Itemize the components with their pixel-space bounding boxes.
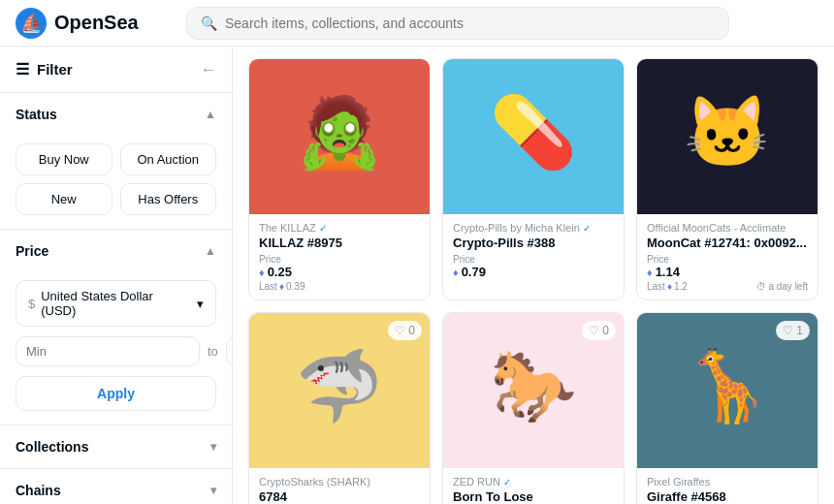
- price-range: to: [16, 336, 216, 366]
- collection-name: The KILLAZ: [259, 222, 316, 234]
- like-button[interactable]: ♡ 0: [388, 321, 422, 340]
- apply-button[interactable]: Apply: [16, 376, 216, 411]
- price-amount: 0.79: [462, 265, 486, 279]
- nft-image: 🦈 ♡ 0: [249, 313, 430, 468]
- price-section: Price ▲ $ United States Dollar (USD) ▾ t…: [0, 230, 232, 425]
- logo-text: OpenSea: [54, 12, 139, 34]
- has-offers-button[interactable]: Has Offers: [120, 183, 217, 215]
- status-chevron: ▲: [205, 108, 216, 121]
- chains-section: Chains ▾: [0, 469, 232, 504]
- price-content: $ United States Dollar (USD) ▾ to Apply: [0, 272, 232, 425]
- eth-icon: ♦: [453, 267, 459, 278]
- price-amount: 1.14: [656, 265, 680, 279]
- like-count: 0: [408, 324, 415, 337]
- nft-name: Giraffe #4568: [647, 489, 808, 504]
- price-label: Price: [259, 254, 305, 265]
- price-value: ♦ 1.14: [647, 265, 688, 279]
- last-sale: Last ♦ 1.2: [647, 281, 688, 292]
- nft-card-mooncats[interactable]: 🐱 Official MoonCats - Acclimate MoonCat …: [636, 58, 818, 300]
- nft-grid: 🧟 The KILLAZ ✓ KILLAZ #8975 Price ♦ 0.25: [241, 47, 826, 504]
- currency-chevron: ▾: [197, 297, 204, 311]
- price-value: ♦ 0.79: [453, 265, 486, 279]
- svg-text:🦈: 🦈: [296, 345, 383, 427]
- nft-collection: Official MoonCats - Acclimate: [647, 222, 808, 234]
- nft-name: MoonCat #12741: 0x0092...: [647, 236, 808, 250]
- nft-price-row: Price ♦ 0.25 Last ♦ 0.39: [259, 254, 420, 292]
- nft-image: 🐱: [637, 59, 818, 214]
- status-section: Status ▲ Buy Now On Auction New Has Offe…: [0, 93, 232, 230]
- svg-text:🐎: 🐎: [490, 345, 577, 427]
- nft-image: 💊: [443, 59, 624, 214]
- svg-text:💊: 💊: [490, 91, 577, 173]
- eth-icon: ♦: [259, 267, 265, 278]
- status-section-header[interactable]: Status ▲: [0, 93, 232, 136]
- chains-section-header[interactable]: Chains ▾: [0, 469, 232, 504]
- nft-image: 🐎 ♡ 0: [443, 313, 624, 468]
- timer: ⏱ a day left: [756, 281, 808, 292]
- header: ⛵ OpenSea 🔍: [0, 0, 834, 47]
- new-button[interactable]: New: [16, 183, 112, 215]
- main-layout: ☰ Filter ← Status ▲ Buy Now On Auction N…: [0, 47, 834, 504]
- min-price-input[interactable]: [16, 336, 200, 366]
- heart-icon: ♡: [395, 324, 405, 337]
- nft-name: 6784: [259, 489, 420, 504]
- price-value: ♦ 0.25: [259, 265, 305, 279]
- buy-now-button[interactable]: Buy Now: [16, 143, 112, 175]
- filter-icon: ☰: [16, 60, 29, 79]
- sidebar-header: ☰ Filter ←: [0, 47, 232, 93]
- last-sale: Last ♦ 0.39: [259, 281, 305, 292]
- nft-image: 🦒 ♡ 1: [637, 313, 818, 468]
- back-button[interactable]: ←: [201, 61, 216, 79]
- verified-icon: ✓: [319, 223, 327, 234]
- nft-card-killaz[interactable]: 🧟 The KILLAZ ✓ KILLAZ #8975 Price ♦ 0.25: [248, 58, 431, 300]
- nft-collection: CryptoSharks (SHARK): [259, 476, 420, 488]
- nft-card-cryptosharks[interactable]: 🦈 ♡ 0 CryptoSharks (SHARK) 6784 Price: [248, 312, 431, 504]
- on-auction-button[interactable]: On Auction: [120, 143, 217, 175]
- svg-text:🧟: 🧟: [296, 91, 383, 173]
- max-price-input[interactable]: [226, 336, 233, 366]
- heart-icon: ♡: [783, 324, 793, 337]
- price-label: Price: [647, 254, 688, 265]
- nft-price-row: Price ♦ 1.14 Last ♦ 1.2 ⏱ a day left: [647, 254, 808, 292]
- collections-section-header[interactable]: Collections ▾: [0, 425, 232, 468]
- price-label: Price: [16, 243, 48, 259]
- status-grid: Buy Now On Auction New Has Offers: [0, 136, 232, 229]
- nft-content: 🧟 The KILLAZ ✓ KILLAZ #8975 Price ♦ 0.25: [233, 47, 834, 504]
- nft-info: Crypto-Pills by Micha Klein ✓ Crypto-Pil…: [443, 214, 624, 287]
- chains-chevron: ▾: [210, 484, 216, 497]
- logo-icon: ⛵: [20, 13, 42, 34]
- price-label: Price: [453, 254, 486, 265]
- eth-icon: ♦: [647, 267, 653, 278]
- svg-text:🐱: 🐱: [684, 91, 771, 173]
- nft-info: ZED RUN ✓ Born To Lose Best Offer ♦ 0.04…: [443, 468, 624, 504]
- price-amount: 0.25: [268, 265, 292, 279]
- verified-icon: ✓: [583, 223, 591, 234]
- collection-name: Crypto-Pills by Micha Klein: [453, 222, 580, 234]
- nft-image: 🧟: [249, 59, 430, 214]
- dollar-icon: $: [28, 297, 35, 311]
- price-to: to: [208, 344, 218, 359]
- status-label: Status: [16, 107, 57, 122]
- nft-info: The KILLAZ ✓ KILLAZ #8975 Price ♦ 0.25 L…: [249, 214, 430, 299]
- nft-price-row: Price ♦ 0.79: [453, 254, 614, 279]
- currency-select[interactable]: $ United States Dollar (USD) ▾: [16, 280, 216, 327]
- collection-name: Pixel Giraffes: [647, 476, 710, 488]
- nft-collection: The KILLAZ ✓: [259, 222, 420, 234]
- verified-icon: ✓: [503, 477, 511, 488]
- nft-card-crypto-pills[interactable]: 💊 Crypto-Pills by Micha Klein ✓ Crypto-P…: [442, 58, 625, 300]
- nft-info: Official MoonCats - Acclimate MoonCat #1…: [637, 214, 818, 299]
- search-icon: 🔍: [201, 16, 217, 31]
- like-count: 0: [602, 324, 609, 337]
- nft-name: KILLAZ #8975: [259, 236, 420, 250]
- search-input[interactable]: [225, 16, 715, 31]
- like-button[interactable]: ♡ 1: [776, 321, 810, 340]
- search-bar[interactable]: 🔍: [186, 7, 729, 40]
- nft-collection: Pixel Giraffes: [647, 476, 808, 488]
- like-button[interactable]: ♡ 0: [582, 321, 616, 340]
- collections-section: Collections ▾: [0, 425, 232, 469]
- nft-card-pixel-giraffes[interactable]: 🦒 ♡ 1 Pixel Giraffes Giraffe #4568 Price: [636, 312, 818, 504]
- nft-card-zed-run[interactable]: 🐎 ♡ 0 ZED RUN ✓ Born To Lose Best Offer: [442, 312, 625, 504]
- svg-text:🦒: 🦒: [684, 345, 771, 427]
- nft-info: Pixel Giraffes Giraffe #4568 Price ♦ 0.0…: [637, 468, 818, 504]
- price-section-header[interactable]: Price ▲: [0, 230, 232, 272]
